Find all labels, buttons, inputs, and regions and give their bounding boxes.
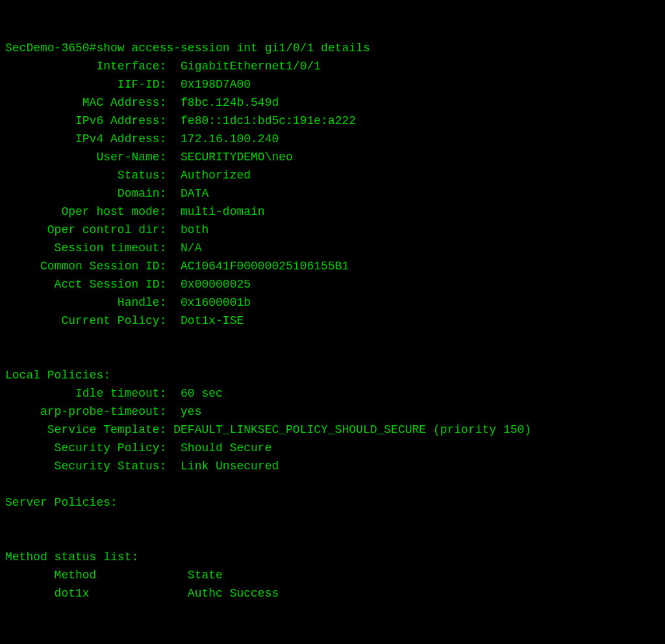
output-line: Idle timeout: 60 sec	[5, 384, 660, 402]
output-line: Session timeout: N/A	[5, 239, 660, 257]
blank-line	[5, 530, 660, 548]
output-line: Common Session ID: AC10641F0000002510615…	[5, 257, 660, 275]
output-line: IIF-ID: 0x198D7A00	[5, 75, 660, 93]
output-line: MAC Address: f8bc.124b.549d	[5, 93, 660, 112]
output-line: Method State	[5, 566, 660, 584]
blank-line	[5, 330, 660, 348]
command-text: show access-session int gi1/0/1 details	[96, 42, 370, 55]
blank-line	[5, 475, 660, 493]
output-line: Status: Authorized	[5, 166, 660, 184]
output-line: Oper host mode: multi-domain	[5, 203, 660, 221]
method-status-header: Method status list:	[5, 548, 660, 566]
output-line: Acct Session ID: 0x00000025	[5, 275, 660, 293]
output-line: Handle: 0x1600001b	[5, 293, 660, 312]
output-line: Domain: DATA	[5, 184, 660, 203]
output-line: Current Policy: Dot1x-ISE	[5, 312, 660, 330]
server-policies-header: Server Policies:	[5, 493, 660, 512]
hostname-prompt: SecDemo-3650#	[5, 42, 96, 55]
output-line: User-Name: SECURITYDEMO\neo	[5, 148, 660, 166]
output-line: Oper control dir: both	[5, 221, 660, 239]
local-policies-header: Local Policies:	[5, 366, 660, 384]
output-line: dot1x Authc Success	[5, 584, 660, 602]
blank-line	[5, 512, 660, 530]
output-line: IPv4 Address: 172.16.100.240	[5, 130, 660, 148]
output-line: Interface: GigabitEthernet1/0/1	[5, 57, 660, 75]
output-line: Security Status: Link Unsecured	[5, 457, 660, 475]
output-line: IPv6 Address: fe80::1dc1:bd5c:191e:a222	[5, 112, 660, 130]
output-line: Security Policy: Should Secure	[5, 439, 660, 457]
command-prompt-line: SecDemo-3650#show access-session int gi1…	[5, 39, 660, 57]
output-line: Service Template: DEFAULT_LINKSEC_POLICY…	[5, 421, 660, 439]
output-line: arp-probe-timeout: yes	[5, 402, 660, 421]
blank-line	[5, 348, 660, 366]
terminal-output: SecDemo-3650#show access-session int gi1…	[5, 39, 660, 602]
